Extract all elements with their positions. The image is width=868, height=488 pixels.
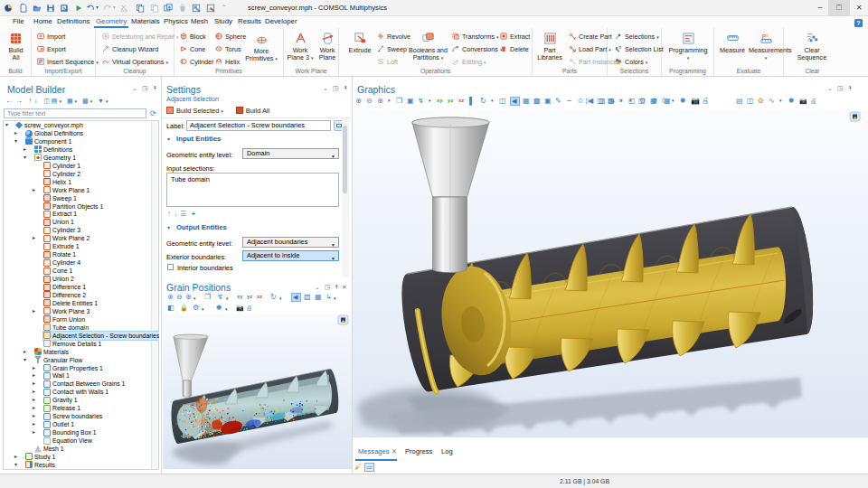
svg-text:i: i	[767, 33, 768, 38]
